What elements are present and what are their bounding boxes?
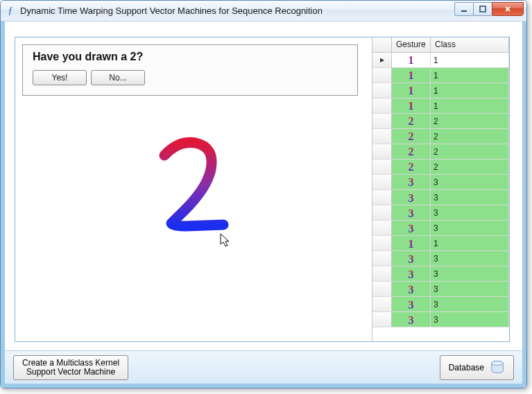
- cell-class[interactable]: 1: [431, 83, 509, 98]
- cell-gesture[interactable]: 3: [392, 266, 431, 281]
- cell-gesture[interactable]: 2: [392, 160, 431, 174]
- close-button[interactable]: [492, 2, 524, 16]
- table-row[interactable]: 33: [372, 221, 509, 236]
- window-title: Dynamic Time Warping Support Vector Mach…: [20, 6, 455, 16]
- row-header[interactable]: [372, 282, 392, 296]
- create-svm-line1: Create a Multiclass Kernel: [22, 359, 119, 368]
- cell-class[interactable]: 3: [431, 251, 509, 266]
- row-header[interactable]: [372, 297, 392, 311]
- cell-gesture[interactable]: 3: [392, 297, 431, 311]
- cell-class[interactable]: 1: [431, 68, 509, 83]
- table-row[interactable]: 33: [372, 251, 509, 266]
- gesture-glyph: 1: [409, 54, 414, 67]
- cell-gesture[interactable]: 2: [392, 129, 431, 144]
- cell-gesture[interactable]: 3: [392, 205, 431, 220]
- row-header[interactable]: [372, 68, 392, 83]
- create-svm-button[interactable]: Create a Multiclass Kernel Support Vecto…: [13, 355, 128, 380]
- table-row[interactable]: 22: [372, 129, 509, 144]
- row-header[interactable]: [372, 114, 392, 128]
- table-row[interactable]: 11: [372, 68, 509, 83]
- gesture-grid[interactable]: Gesture Class 11111111222222223333333311…: [372, 37, 509, 341]
- cell-class[interactable]: 3: [431, 205, 509, 220]
- table-row[interactable]: 33: [372, 312, 509, 327]
- cell-class[interactable]: 3: [431, 266, 509, 281]
- row-header[interactable]: [372, 221, 392, 235]
- gesture-glyph: 2: [409, 146, 414, 158]
- grid-body[interactable]: 111111112222222233333333113333333333: [372, 53, 509, 341]
- table-row[interactable]: 22: [372, 114, 509, 129]
- no-button[interactable]: No...: [91, 70, 145, 85]
- cell-class[interactable]: 3: [431, 221, 509, 235]
- create-svm-line2: Support Vector Machine: [26, 368, 115, 377]
- database-button[interactable]: Database: [440, 355, 514, 380]
- table-row[interactable]: 11: [372, 236, 509, 251]
- row-header[interactable]: [372, 98, 392, 113]
- app-icon: ƒ: [5, 6, 16, 17]
- row-header[interactable]: [372, 205, 392, 220]
- table-row[interactable]: 33: [372, 297, 509, 312]
- table-row[interactable]: 22: [372, 144, 509, 160]
- row-header[interactable]: [372, 190, 392, 205]
- cell-class[interactable]: 3: [431, 190, 509, 205]
- cell-class[interactable]: 3: [431, 312, 509, 327]
- cell-gesture[interactable]: 3: [392, 312, 431, 327]
- database-button-label: Database: [449, 363, 484, 372]
- row-header[interactable]: [372, 266, 392, 281]
- cell-class[interactable]: 2: [431, 160, 509, 174]
- cell-class[interactable]: 1: [431, 53, 509, 67]
- cell-gesture[interactable]: 3: [392, 282, 431, 296]
- cell-gesture[interactable]: 1: [392, 98, 431, 113]
- table-row[interactable]: 33: [372, 175, 509, 190]
- table-row[interactable]: 33: [372, 205, 509, 221]
- cell-class[interactable]: 3: [431, 175, 509, 189]
- drawing-canvas[interactable]: Have you drawn a 2? Yes! No...: [15, 37, 372, 341]
- row-header[interactable]: [372, 53, 392, 67]
- row-header[interactable]: [372, 251, 392, 266]
- cell-class[interactable]: 1: [431, 98, 509, 113]
- cell-gesture[interactable]: 1: [392, 236, 431, 250]
- maximize-button[interactable]: [473, 2, 492, 16]
- cell-gesture[interactable]: 3: [392, 175, 431, 189]
- table-row[interactable]: 11: [372, 53, 509, 68]
- cell-gesture[interactable]: 1: [392, 83, 431, 98]
- column-header-gesture[interactable]: Gesture: [392, 37, 431, 52]
- yes-button[interactable]: Yes!: [33, 70, 87, 85]
- table-row[interactable]: 33: [372, 190, 509, 205]
- gesture-glyph: 3: [409, 222, 414, 234]
- minimize-button[interactable]: [454, 2, 474, 16]
- prompt-question: Have you drawn a 2?: [33, 51, 347, 63]
- cell-class[interactable]: 2: [431, 129, 509, 144]
- cell-gesture[interactable]: 3: [392, 221, 431, 235]
- row-header[interactable]: [372, 129, 392, 144]
- cell-gesture[interactable]: 2: [392, 114, 431, 128]
- cell-class[interactable]: 1: [431, 236, 509, 250]
- row-header[interactable]: [372, 160, 392, 174]
- row-header[interactable]: [372, 144, 392, 159]
- cell-gesture[interactable]: 1: [392, 53, 431, 67]
- cell-gesture[interactable]: 3: [392, 251, 431, 266]
- svg-point-3: [492, 361, 504, 365]
- cell-class[interactable]: 2: [431, 144, 509, 159]
- app-window: ƒ Dynamic Time Warping Support Vector Ma…: [0, 0, 527, 388]
- cell-class[interactable]: 3: [431, 282, 509, 296]
- gesture-glyph: 3: [409, 314, 414, 326]
- row-header[interactable]: [372, 312, 392, 327]
- table-row[interactable]: 33: [372, 282, 509, 297]
- cell-class[interactable]: 2: [431, 114, 509, 128]
- row-header[interactable]: [372, 236, 392, 250]
- column-header-class[interactable]: Class: [431, 37, 509, 52]
- row-header[interactable]: [372, 175, 392, 189]
- table-row[interactable]: 22: [372, 160, 509, 175]
- grid-header: Gesture Class: [372, 37, 509, 53]
- cell-gesture[interactable]: 1: [392, 68, 431, 83]
- client-area: Have you drawn a 2? Yes! No...: [1, 22, 526, 388]
- row-header[interactable]: [372, 83, 392, 98]
- table-row[interactable]: 11: [372, 83, 509, 98]
- cell-gesture[interactable]: 3: [392, 190, 431, 205]
- drawn-gesture-glyph: [147, 135, 244, 239]
- table-row[interactable]: 33: [372, 266, 509, 282]
- cell-gesture[interactable]: 2: [392, 144, 431, 159]
- gesture-glyph: 2: [409, 130, 414, 143]
- cell-class[interactable]: 3: [431, 297, 509, 311]
- table-row[interactable]: 11: [372, 98, 509, 114]
